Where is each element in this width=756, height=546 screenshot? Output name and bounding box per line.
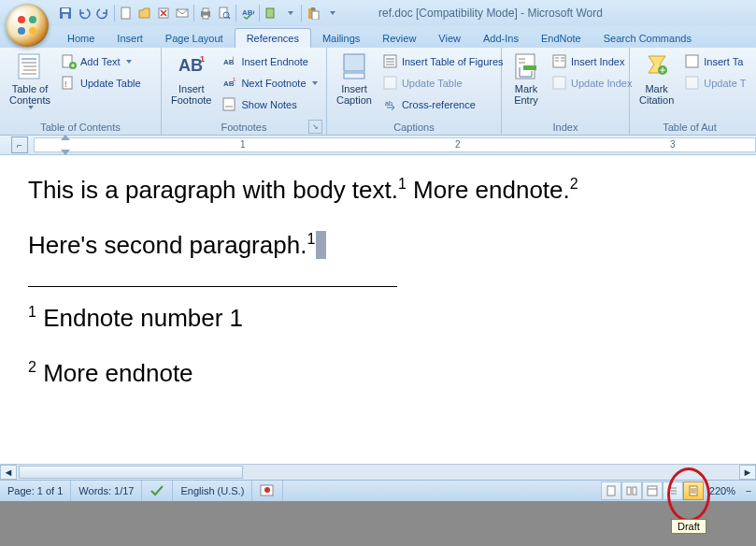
caption-icon [339, 51, 369, 81]
tab-page-layout[interactable]: Page Layout [154, 29, 235, 48]
insert-index-icon [552, 54, 567, 69]
endnote-2[interactable]: 2 More endnote [28, 359, 756, 388]
update-captions-button[interactable]: Update Table [379, 73, 507, 93]
tab-mailings[interactable]: Mailings [311, 29, 371, 48]
svg-rect-11 [203, 8, 208, 12]
svg-rect-50 [523, 65, 536, 70]
svg-text:i: i [233, 55, 234, 61]
ribbon-tabs: Home Insert Page Layout References Maili… [0, 26, 756, 48]
draft-view-button[interactable] [683, 481, 704, 500]
mark-entry-button[interactable]: Mark Entry [506, 50, 547, 106]
qat-close-icon[interactable] [154, 4, 173, 22]
insert-figures-button[interactable]: Insert Table of Figures [379, 51, 507, 72]
cross-reference-button[interactable]: abCross-reference [379, 94, 507, 115]
mark-citation-button[interactable]: Mark Citation [634, 50, 679, 106]
mark-citation-label: Mark Citation [639, 83, 674, 106]
zoom-level[interactable]: 220% [704, 485, 741, 496]
qat-customize-icon[interactable] [322, 4, 341, 22]
scroll-left-button[interactable]: ◄ [0, 465, 17, 480]
footnote-icon: AB1 [177, 51, 207, 81]
tab-selector[interactable]: ⌐ [11, 136, 28, 153]
print-layout-view-button[interactable] [601, 481, 621, 500]
scroll-right-button[interactable]: ► [739, 465, 756, 480]
qat-print-icon[interactable] [196, 4, 215, 22]
status-language[interactable]: English (U.S.) [173, 481, 252, 501]
update-toc-button[interactable]: !Update Table [58, 73, 145, 93]
document-area[interactable]: This is a paragraph with body text.1 Mor… [0, 155, 756, 464]
scroll-thumb[interactable] [19, 466, 243, 479]
svg-rect-5 [62, 8, 69, 12]
endnote-separator [28, 286, 397, 287]
tab-search[interactable]: Search Commands [592, 29, 703, 48]
qat-spell-icon[interactable]: ABC [238, 4, 257, 22]
office-button[interactable] [6, 4, 49, 47]
svg-rect-12 [203, 15, 208, 19]
qat-paste-icon[interactable] [304, 4, 322, 22]
svg-rect-45 [384, 77, 396, 89]
insert-endnote-button[interactable]: ABiInsert Endnote [219, 51, 321, 72]
zoom-out-button[interactable]: − [741, 485, 756, 496]
qat-dropdown-icon[interactable] [280, 4, 299, 22]
insert-caption-button[interactable]: Insert Caption [331, 50, 378, 106]
svg-rect-40 [344, 73, 364, 79]
status-proofing[interactable] [142, 481, 173, 501]
endnote-1[interactable]: 1 Endnote number 1 [28, 304, 756, 333]
qat-undo-icon[interactable] [75, 4, 93, 22]
status-page[interactable]: Page: 1 of 1 [0, 481, 71, 501]
svg-rect-59 [686, 77, 698, 89]
qat-new-icon[interactable] [117, 4, 136, 22]
mark-entry-icon [511, 51, 541, 81]
paragraph-1[interactable]: This is a paragraph with body text.1 Mor… [28, 176, 756, 205]
add-text-icon [62, 54, 77, 69]
status-macro[interactable] [252, 481, 283, 501]
svg-rect-20 [312, 11, 319, 20]
qat-preview-icon[interactable] [215, 4, 234, 22]
qat-open-icon[interactable] [136, 4, 154, 22]
full-screen-view-button[interactable] [621, 481, 642, 500]
insert-index-button[interactable]: Insert Index [549, 51, 635, 72]
text-cursor [316, 231, 326, 259]
qat-redo-icon[interactable] [93, 4, 112, 22]
svg-rect-63 [627, 487, 631, 495]
update-index-icon [552, 76, 567, 91]
status-words[interactable]: Words: 1/17 [71, 481, 142, 501]
add-text-button[interactable]: Add Text [58, 51, 145, 72]
tab-endnote[interactable]: EndNote [530, 29, 592, 48]
tab-insert[interactable]: Insert [106, 29, 154, 48]
tab-review[interactable]: Review [371, 29, 427, 48]
tab-addins[interactable]: Add-Ins [472, 29, 530, 48]
qat-research-icon[interactable] [262, 4, 280, 22]
tab-references[interactable]: References [235, 28, 311, 48]
caption-label: Insert Caption [336, 83, 372, 106]
qat-email-icon[interactable] [173, 4, 192, 22]
footnotes-dialog-launcher[interactable]: ↘ [308, 120, 322, 134]
table-of-contents-button[interactable]: Table of Contents [4, 50, 56, 109]
insert-footnote-button[interactable]: AB1 Insert Footnote [165, 50, 217, 106]
show-notes-button[interactable]: Show Notes [219, 94, 321, 115]
group-toa-title: Table of Aut [634, 121, 746, 135]
outline-view-button[interactable] [663, 481, 683, 500]
toc-icon [15, 51, 45, 81]
insert-toa-button[interactable]: Insert Ta [681, 51, 749, 72]
qat-save-icon[interactable] [56, 4, 75, 22]
horizontal-ruler[interactable]: ⌐ 1 2 3 [0, 136, 756, 155]
tab-home[interactable]: Home [56, 29, 106, 48]
next-footnote-icon: AB1 [222, 76, 237, 91]
svg-point-3 [29, 27, 36, 35]
svg-rect-17 [266, 8, 274, 18]
next-footnote-button[interactable]: AB1Next Footnote [219, 73, 321, 93]
update-toc-icon: ! [62, 76, 77, 91]
update-toa-button[interactable]: Update T [681, 73, 749, 93]
svg-rect-56 [553, 77, 565, 89]
horizontal-scrollbar[interactable]: ◄ ► [0, 464, 756, 480]
svg-rect-62 [607, 486, 615, 496]
svg-text:!: ! [64, 79, 67, 89]
proofing-icon [150, 484, 164, 497]
svg-rect-39 [344, 54, 364, 71]
svg-point-2 [18, 27, 25, 35]
paragraph-2[interactable]: Here's second paragraph.1 [28, 231, 756, 260]
tab-view[interactable]: View [427, 29, 472, 48]
svg-rect-58 [686, 55, 698, 67]
update-index-button[interactable]: Update Index [549, 73, 635, 93]
web-layout-view-button[interactable] [642, 481, 663, 500]
